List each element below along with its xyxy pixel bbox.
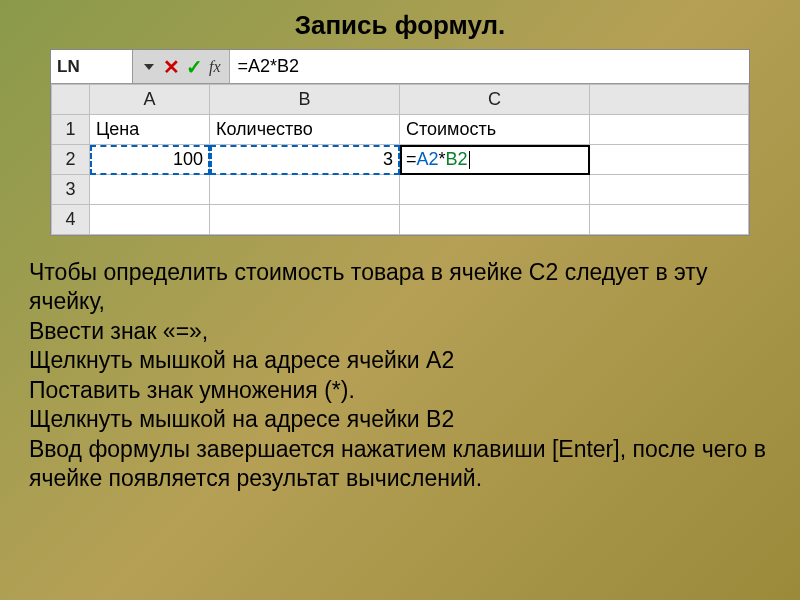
formula-eq: = <box>406 149 417 169</box>
instruction-line-1: Чтобы определить стоимость товара в ячей… <box>29 258 771 317</box>
cell-c2[interactable]: =A2*B2 <box>400 145 590 175</box>
cell-d1[interactable] <box>590 115 749 145</box>
slide-title: Запись формул. <box>25 10 775 41</box>
col-header-extra[interactable] <box>590 85 749 115</box>
formula-op: * <box>439 149 446 169</box>
cell-b3[interactable] <box>210 175 400 205</box>
cell-a2[interactable]: 100 <box>90 145 210 175</box>
name-box[interactable]: LN <box>51 50 133 83</box>
instruction-line-6: Ввод формулы завершается нажатием клавиш… <box>29 435 771 494</box>
formula-ref-b2: B2 <box>446 149 468 169</box>
cell-d3[interactable] <box>590 175 749 205</box>
instruction-line-5: Щелкнуть мышкой на адресе ячейки B2 <box>29 405 771 434</box>
slide: Запись формул. LN ✕ ✓ fx =A2*B2 A B C 1 … <box>0 0 800 600</box>
col-header-a[interactable]: A <box>90 85 210 115</box>
cancel-icon[interactable]: ✕ <box>163 55 180 79</box>
instruction-text: Чтобы определить стоимость товара в ячей… <box>25 258 775 494</box>
instruction-line-2: Ввести знак «=», <box>29 317 771 346</box>
cell-c1[interactable]: Стоимость <box>400 115 590 145</box>
cell-d4[interactable] <box>590 205 749 235</box>
col-header-b[interactable]: B <box>210 85 400 115</box>
cell-b2[interactable]: 3 <box>210 145 400 175</box>
fx-icon[interactable]: fx <box>209 58 221 76</box>
select-all-corner[interactable] <box>52 85 90 115</box>
col-header-c[interactable]: C <box>400 85 590 115</box>
cell-c4[interactable] <box>400 205 590 235</box>
formula-bar-buttons: ✕ ✓ fx <box>133 50 230 83</box>
cell-a3[interactable] <box>90 175 210 205</box>
formula-bar: LN ✕ ✓ fx =A2*B2 <box>51 50 749 84</box>
cell-a1[interactable]: Цена <box>90 115 210 145</box>
cell-d2[interactable] <box>590 145 749 175</box>
row-header-1[interactable]: 1 <box>52 115 90 145</box>
cell-b1[interactable]: Количество <box>210 115 400 145</box>
enter-icon[interactable]: ✓ <box>186 55 203 79</box>
row-header-4[interactable]: 4 <box>52 205 90 235</box>
excel-screenshot: LN ✕ ✓ fx =A2*B2 A B C 1 Цена Количество <box>50 49 750 236</box>
row-header-3[interactable]: 3 <box>52 175 90 205</box>
cell-b4[interactable] <box>210 205 400 235</box>
formula-ref-a2: A2 <box>417 149 439 169</box>
cell-a4[interactable] <box>90 205 210 235</box>
text-caret <box>469 151 470 169</box>
cell-c3[interactable] <box>400 175 590 205</box>
row-header-2[interactable]: 2 <box>52 145 90 175</box>
spreadsheet-grid: A B C 1 Цена Количество Стоимость 2 100 … <box>51 84 749 235</box>
instruction-line-3: Щелкнуть мышкой на адресе ячейки A2 <box>29 346 771 375</box>
formula-input[interactable]: =A2*B2 <box>230 50 749 83</box>
name-box-dropdown-icon[interactable] <box>144 64 154 70</box>
instruction-line-4: Поставить знак умножения (*). <box>29 376 771 405</box>
